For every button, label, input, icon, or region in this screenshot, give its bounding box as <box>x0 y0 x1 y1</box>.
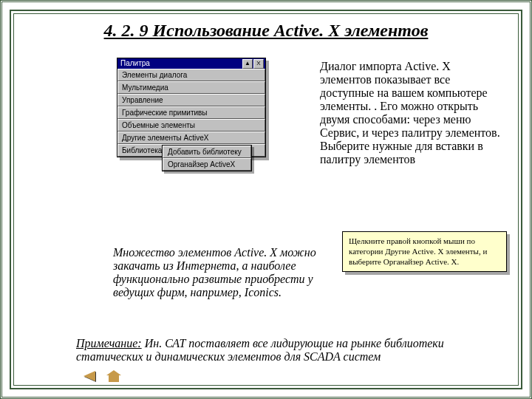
palette-item[interactable]: Другие элементы ActiveX <box>117 132 265 144</box>
home-icon[interactable] <box>109 375 119 382</box>
palette-close-button[interactable]: X <box>253 59 264 69</box>
explanation-text: Диалог импорта Active. X элементов показ… <box>320 60 505 166</box>
palette-item[interactable]: Объемные элементы <box>117 119 265 132</box>
palette-item[interactable]: Элементы диалога <box>117 69 265 81</box>
palette-rollup-button[interactable]: ▲ <box>242 59 253 69</box>
tip-callout: Щелкните правой кнопкой мыши по категори… <box>342 231 507 272</box>
palette-titlebar[interactable]: Палитра ▲ X <box>117 58 265 69</box>
palette-item[interactable]: Управление <box>117 94 265 106</box>
context-menu-item[interactable]: Добавить библиотеку <box>163 146 251 158</box>
context-menu: Добавить библиотеку Органайзер ActiveX <box>162 145 252 171</box>
palette-item[interactable]: Графические примитивы <box>117 106 265 119</box>
footnote: Примечание: Ин. САТ поставляет все лидир… <box>76 337 508 364</box>
palette-window: Палитра ▲ X Элементы диалога Мультимедиа… <box>117 58 266 157</box>
download-note: Множество элементов Active. X можно зака… <box>113 246 335 299</box>
page-title: 4. 2. 9 Использование Active. X элементо… <box>2 21 530 41</box>
palette-title-text: Палитра <box>120 59 150 67</box>
prev-arrow-icon[interactable] <box>83 371 95 381</box>
palette-item[interactable]: Мультимедиа <box>117 81 265 94</box>
footnote-label: Примечание: <box>76 337 142 349</box>
context-menu-item[interactable]: Органайзер ActiveX <box>163 158 251 171</box>
